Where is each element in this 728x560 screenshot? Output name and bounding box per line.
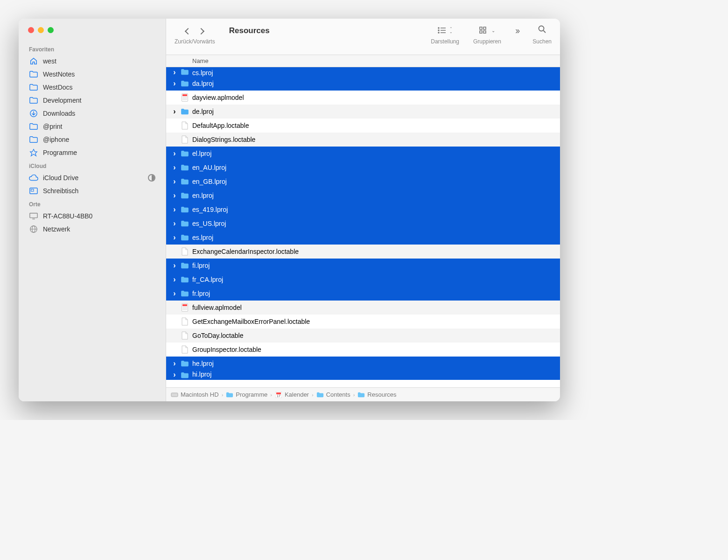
sidebar-item-label: WestNotes <box>43 70 75 78</box>
file-name: fr_CA.lproj <box>192 276 223 283</box>
file-row[interactable]: ›DialogStrings.loctable <box>166 133 560 147</box>
sidebar-item-label: Development <box>43 97 82 104</box>
group-button[interactable]: ⌄ <box>479 27 495 34</box>
disclosure-triangle-icon[interactable]: › <box>172 205 177 214</box>
zoom-window-button[interactable] <box>48 27 54 33</box>
file-name: hi.lproj <box>192 371 211 378</box>
folder-icon <box>180 163 189 172</box>
file-row[interactable]: ›en_GB.lproj <box>166 175 560 189</box>
path-crumb-icon <box>316 392 324 398</box>
disclosure-triangle-icon[interactable]: › <box>172 191 177 200</box>
file-row[interactable]: ›es.lproj <box>166 231 560 245</box>
path-crumb[interactable]: Contents <box>316 391 350 398</box>
file-row[interactable]: ›DefaultApp.loctable <box>166 119 560 133</box>
svg-rect-2 <box>31 189 34 191</box>
sidebar-item[interactable]: @iphone <box>19 133 166 146</box>
file-name: da.lproj <box>192 80 214 87</box>
display-icon <box>29 212 38 220</box>
file-row[interactable]: ›fr.lproj <box>166 287 560 301</box>
sidebar-item[interactable]: iCloud Drive <box>19 171 166 184</box>
desktop-icon <box>29 187 38 195</box>
name-column-header[interactable]: Name <box>192 57 209 64</box>
disclosure-triangle-icon[interactable]: › <box>172 107 177 116</box>
file-row[interactable]: ›ExchangeCalendarInspector.loctable <box>166 245 560 259</box>
sidebar-item[interactable]: WestNotes <box>19 68 166 81</box>
disclosure-triangle-icon[interactable]: › <box>172 233 177 242</box>
disclosure-triangle-icon[interactable]: › <box>172 219 177 228</box>
file-name: es.lproj <box>192 234 213 241</box>
chevron-right-icon: › <box>222 392 224 398</box>
path-crumb[interactable]: Resources <box>357 391 396 398</box>
folder-icon <box>180 359 189 368</box>
file-row[interactable]: ›he.lproj <box>166 357 560 371</box>
file-row[interactable]: ›GetExchangeMailboxErrorPanel.loctable <box>166 315 560 329</box>
file-row[interactable]: ›hi.lproj <box>166 371 560 380</box>
calendar-file-icon <box>180 303 189 312</box>
close-window-button[interactable] <box>28 27 34 33</box>
disclosure-triangle-icon[interactable]: › <box>172 68 177 77</box>
sidebar-item[interactable]: Programme <box>19 146 166 159</box>
finder-window: FavoritenwestWestNotesWestDocsDevelopmen… <box>19 19 560 401</box>
column-header[interactable]: Name <box>166 55 560 67</box>
file-row[interactable]: ›GoToDay.loctable <box>166 329 560 343</box>
file-row[interactable]: ›fi.lproj <box>166 259 560 273</box>
path-crumb[interactable]: Programme <box>226 391 267 398</box>
document-icon <box>180 135 189 144</box>
path-crumb-label: Programme <box>236 391 267 398</box>
sidebar-item[interactable]: @print <box>19 120 166 133</box>
view-mode-button[interactable]: ⌃⌄ <box>437 27 453 34</box>
chevron-right-icon: › <box>312 392 314 398</box>
file-row[interactable]: ›en_AU.lproj <box>166 161 560 175</box>
disclosure-triangle-icon[interactable]: › <box>172 149 177 158</box>
disclosure-triangle-icon[interactable]: › <box>172 371 177 379</box>
overflow-group: ›› <box>515 23 518 45</box>
disclosure-triangle-icon[interactable]: › <box>172 289 177 298</box>
file-row[interactable]: ›es_419.lproj <box>166 203 560 217</box>
sidebar-item[interactable]: Netzwerk <box>19 223 166 236</box>
sidebar-item[interactable]: Downloads <box>19 107 166 120</box>
back-button[interactable] <box>186 25 190 36</box>
file-list[interactable]: ›cs.lproj›da.lproj›dayview.aplmodel›de.l… <box>166 67 560 387</box>
overflow-button[interactable]: ›› <box>515 25 518 36</box>
svg-rect-25 <box>182 307 187 310</box>
forward-button[interactable] <box>199 25 203 36</box>
disclosure-triangle-icon[interactable]: › <box>172 163 177 172</box>
file-row[interactable]: ›de.lproj <box>166 105 560 119</box>
sidebar-item[interactable]: west <box>19 55 166 68</box>
file-row[interactable]: ›en.lproj <box>166 189 560 203</box>
svg-rect-26 <box>171 393 178 397</box>
sidebar-item[interactable]: Development <box>19 94 166 107</box>
sidebar-item[interactable]: Schreibtisch <box>19 184 166 197</box>
minimize-window-button[interactable] <box>38 27 44 33</box>
path-crumb-icon <box>171 392 178 398</box>
file-row[interactable]: ›fr_CA.lproj <box>166 273 560 287</box>
sidebar-item-label: Schreibtisch <box>43 187 78 195</box>
disclosure-triangle-icon[interactable]: › <box>172 359 177 368</box>
disclosure-triangle-icon[interactable]: › <box>172 261 177 270</box>
file-row[interactable]: ›cs.lproj <box>166 67 560 77</box>
search-button[interactable] <box>538 25 546 36</box>
disclosure-triangle-icon[interactable]: › <box>172 177 177 186</box>
file-row[interactable]: ›fullview.aplmodel <box>166 301 560 315</box>
file-row[interactable]: ›GroupInspector.loctable <box>166 343 560 357</box>
path-crumb[interactable]: 17Kalender <box>275 391 309 398</box>
svg-point-10 <box>438 30 439 31</box>
sidebar-item[interactable]: RT-AC88U-4BB0 <box>19 210 166 223</box>
file-row[interactable]: ›dayview.aplmodel <box>166 91 560 105</box>
nav-group: Zurück/Vorwärts <box>175 23 215 45</box>
sidebar-item-label: Downloads <box>43 110 75 117</box>
disclosure-triangle-icon[interactable]: › <box>172 79 177 88</box>
document-icon <box>180 121 189 130</box>
file-name: cs.lproj <box>192 69 213 77</box>
file-row[interactable]: ›da.lproj <box>166 77 560 91</box>
sidebar-item[interactable]: WestDocs <box>19 81 166 94</box>
disclosure-triangle-icon[interactable]: › <box>172 275 177 284</box>
window-controls <box>19 27 166 42</box>
group-group: ⌄ Gruppieren <box>473 23 501 45</box>
file-row[interactable]: ›el.lproj <box>166 147 560 161</box>
file-row[interactable]: ›es_US.lproj <box>166 217 560 231</box>
svg-rect-15 <box>483 27 486 29</box>
svg-rect-21 <box>182 94 187 96</box>
path-crumb[interactable]: Macintosh HD <box>171 391 219 398</box>
file-name: fr.lproj <box>192 290 210 297</box>
